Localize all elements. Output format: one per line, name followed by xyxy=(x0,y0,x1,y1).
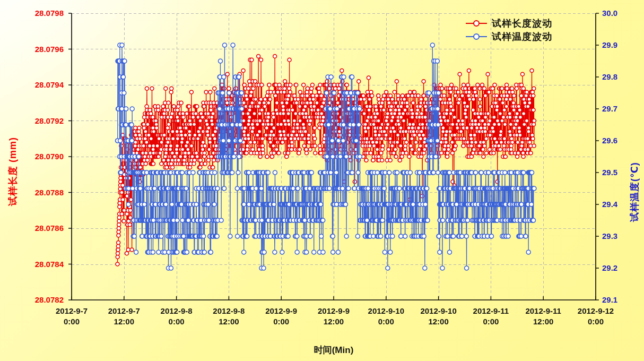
length-series-marker-icon xyxy=(466,20,487,27)
x-axis-tick-label: 2012-9-90:00 xyxy=(255,306,308,327)
legend-label-temperature: 试样温度波动 xyxy=(492,30,552,43)
x-axis-tick-label: 2012-9-80:00 xyxy=(150,306,203,327)
x-axis-tick-label: 2012-9-110:00 xyxy=(464,306,517,327)
x-axis-tick-label: 2012-9-1012:00 xyxy=(412,306,465,327)
x-axis-tick-label: 2012-9-912:00 xyxy=(307,306,360,327)
left-axis-tick-label: 28.0792 xyxy=(19,116,64,126)
legend-item-length: 试样长度波动 xyxy=(466,16,552,30)
legend-label-length: 试样长度波动 xyxy=(492,17,552,30)
right-axis-tick-label: 30.0 xyxy=(602,8,632,19)
x-axis-tick-label: 2012-9-120:00 xyxy=(569,306,622,327)
x-axis-tick-label: 2012-9-812:00 xyxy=(202,306,255,327)
left-axis-tick-label: 28.0796 xyxy=(19,44,64,55)
x-axis-tick-label: 2012-9-712:00 xyxy=(98,306,151,327)
chart-window: 试样长度 (mm) 试样温度(℃) 时间(Min) 28.079828.0796… xyxy=(0,0,644,361)
right-axis-tick-label: 29.5 xyxy=(602,167,632,178)
legend: 试样长度波动 试样温度波动 xyxy=(466,16,552,43)
right-axis-tick-label: 29.4 xyxy=(602,199,632,210)
left-axis-tick-label: 28.0782 xyxy=(19,295,64,305)
right-axis-tick-label: 29.2 xyxy=(602,263,632,273)
left-axis-tick-label: 28.0794 xyxy=(19,80,64,90)
left-axis-tick-label: 28.0784 xyxy=(19,259,64,270)
left-axis-tick-label: 28.0798 xyxy=(19,8,64,19)
right-axis-tick-label: 29.3 xyxy=(602,231,632,242)
legend-item-temperature: 试样温度波动 xyxy=(466,30,552,43)
left-axis-tick-label: 28.0786 xyxy=(19,223,64,234)
temperature-series-marker-icon xyxy=(466,33,487,40)
x-axis-tick-label: 2012-9-1112:00 xyxy=(517,306,570,327)
right-axis-tick-label: 29.6 xyxy=(602,135,632,146)
right-axis-tick-label: 29.9 xyxy=(602,40,632,50)
right-axis-tick-label: 29.1 xyxy=(602,295,632,305)
right-axis-tick-label: 29.7 xyxy=(602,104,632,114)
left-axis-tick-label: 28.0788 xyxy=(19,187,64,198)
left-axis-title: 试样长度 (mm) xyxy=(6,137,19,206)
x-axis-title: 时间(Min) xyxy=(281,344,387,356)
x-axis-tick-label: 2012-9-70:00 xyxy=(45,306,98,327)
x-axis-tick-label: 2012-9-100:00 xyxy=(360,306,413,327)
right-axis-tick-label: 29.8 xyxy=(602,72,632,82)
left-axis-tick-label: 28.0790 xyxy=(19,151,64,162)
